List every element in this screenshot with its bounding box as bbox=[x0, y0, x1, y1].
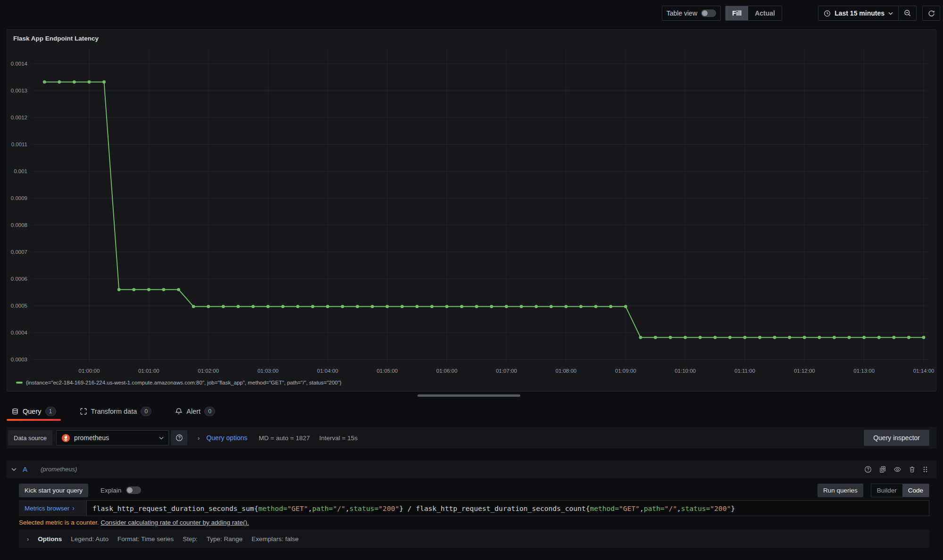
transform-icon bbox=[80, 408, 87, 415]
promql-code-input[interactable]: flask_http_request_duration_seconds_sum{… bbox=[86, 500, 929, 516]
query-options-md: MD = auto = 1827 bbox=[259, 435, 310, 442]
warning-text: Selected metric is a counter. bbox=[19, 519, 99, 526]
svg-text:01:02:00: 01:02:00 bbox=[198, 368, 219, 374]
builder-option[interactable]: Builder bbox=[871, 484, 902, 497]
svg-text:0.0004: 0.0004 bbox=[11, 330, 28, 335]
svg-text:01:06:00: 01:06:00 bbox=[436, 368, 458, 374]
datasource-value: prometheus bbox=[74, 434, 155, 442]
svg-text:01:04:00: 01:04:00 bbox=[317, 368, 338, 374]
latency-panel: Flask App Endpoint Latency 0.00140.00130… bbox=[7, 29, 936, 392]
clock-icon bbox=[824, 10, 831, 17]
bell-icon bbox=[175, 408, 183, 415]
latency-chart: 0.00140.00130.00120.00110.0010.00090.000… bbox=[7, 30, 936, 391]
tab-transform-data[interactable]: Transform data 0 bbox=[75, 403, 157, 419]
datasource-select[interactable]: prometheus bbox=[56, 430, 169, 445]
table-view-toggle-group: Table view bbox=[662, 6, 721, 21]
query-help-icon[interactable] bbox=[864, 466, 872, 473]
options-exemplars: Exemplars: false bbox=[251, 535, 299, 543]
svg-text:01:12:00: 01:12:00 bbox=[794, 368, 815, 374]
svg-text:01:07:00: 01:07:00 bbox=[496, 368, 517, 374]
run-queries-button[interactable]: Run queries bbox=[818, 484, 863, 497]
prometheus-icon bbox=[61, 434, 70, 443]
builder-code-group: Builder Code bbox=[871, 484, 929, 497]
warning-rate-link[interactable]: Consider calculating rate of counter by … bbox=[100, 519, 249, 526]
zoom-out-button[interactable] bbox=[898, 6, 916, 20]
query-options-row[interactable]: › Options Legend: Auto Format: Time seri… bbox=[19, 530, 929, 548]
svg-text:0.0003: 0.0003 bbox=[11, 357, 27, 362]
series-label: {instance="ec2-184-169-216-224.us-west-1… bbox=[26, 380, 342, 385]
code-option[interactable]: Code bbox=[902, 484, 929, 497]
tab-transform-label: Transform data bbox=[91, 408, 137, 415]
chevron-down-icon bbox=[159, 436, 164, 440]
panel-resize-handle[interactable] bbox=[417, 394, 520, 397]
refresh-button[interactable] bbox=[922, 6, 940, 21]
time-range-picker[interactable]: Last 15 minutes bbox=[818, 6, 898, 20]
metrics-browser-toggle[interactable]: Metrics browser › bbox=[19, 500, 86, 516]
tab-transform-count: 0 bbox=[141, 407, 151, 416]
collapse-chevron-icon[interactable] bbox=[11, 468, 17, 471]
query-header-row[interactable]: A (prometheus) bbox=[7, 460, 936, 478]
options-label: Options bbox=[38, 535, 62, 543]
query-editor-row: Metrics browser › flask_http_request_dur… bbox=[19, 500, 929, 516]
fill-actual-group: Fill Actual bbox=[725, 6, 782, 21]
svg-text:01:00:00: 01:00:00 bbox=[79, 368, 100, 374]
zoom-out-icon bbox=[904, 9, 911, 17]
query-options-chevron[interactable]: › bbox=[198, 435, 200, 442]
datasource-row: Data source prometheus › Query options M… bbox=[7, 427, 936, 449]
drag-handle-icon[interactable] bbox=[923, 466, 928, 473]
svg-text:01:08:00: 01:08:00 bbox=[555, 368, 576, 374]
options-legend: Legend: Auto bbox=[71, 535, 108, 543]
svg-text:0.0012: 0.0012 bbox=[11, 115, 27, 120]
datasource-label: Data source bbox=[8, 430, 52, 445]
svg-text:01:13:00: 01:13:00 bbox=[853, 368, 875, 374]
svg-text:01:11:00: 01:11:00 bbox=[734, 368, 755, 374]
tab-query-count: 1 bbox=[45, 407, 56, 416]
svg-text:01:03:00: 01:03:00 bbox=[258, 368, 279, 374]
toggle-knob bbox=[702, 10, 708, 16]
series-color-marker bbox=[16, 382, 23, 384]
query-options-toggle[interactable]: Query options bbox=[206, 434, 247, 442]
query-toolbar: Kick start your query Explain Run querie… bbox=[19, 483, 929, 497]
hide-query-icon[interactable] bbox=[893, 466, 901, 473]
database-icon bbox=[11, 408, 19, 415]
svg-text:01:01:00: 01:01:00 bbox=[138, 368, 159, 374]
panel-title: Flask App Endpoint Latency bbox=[13, 35, 99, 42]
svg-text:01:10:00: 01:10:00 bbox=[675, 368, 696, 374]
tab-alert-label: Alert bbox=[186, 408, 200, 415]
edit-pane-tabs: Query 1 Transform data 0 Alert 0 bbox=[7, 403, 220, 421]
svg-text:0.001: 0.001 bbox=[14, 168, 27, 174]
tab-alert[interactable]: Alert 0 bbox=[170, 403, 220, 419]
chevron-right-icon: › bbox=[72, 504, 75, 512]
explain-toggle[interactable] bbox=[126, 486, 141, 494]
active-tab-underline bbox=[7, 419, 61, 421]
svg-text:0.0005: 0.0005 bbox=[11, 303, 27, 309]
chevron-down-icon bbox=[888, 12, 893, 15]
legend-item[interactable]: {instance="ec2-184-169-216-224.us-west-1… bbox=[16, 380, 342, 385]
actual-option[interactable]: Actual bbox=[748, 6, 782, 20]
tab-alert-count: 0 bbox=[204, 407, 215, 416]
query-options-interval: Interval = 15s bbox=[319, 435, 358, 442]
query-inspector-button[interactable]: Query inspector bbox=[864, 430, 929, 446]
time-range-label: Last 15 minutes bbox=[835, 9, 885, 17]
counter-warning: Selected metric is a counter. Consider c… bbox=[19, 519, 249, 526]
refresh-icon bbox=[928, 10, 935, 17]
svg-text:01:14:00: 01:14:00 bbox=[913, 368, 935, 374]
tab-query-label: Query bbox=[23, 408, 42, 415]
svg-text:0.0013: 0.0013 bbox=[11, 88, 27, 93]
datasource-help-button[interactable] bbox=[171, 430, 187, 445]
toggle-knob bbox=[127, 487, 133, 493]
svg-text:01:05:00: 01:05:00 bbox=[376, 368, 398, 374]
table-view-toggle[interactable] bbox=[701, 9, 716, 17]
duplicate-query-icon[interactable] bbox=[879, 466, 886, 473]
table-view-label: Table view bbox=[667, 9, 697, 17]
svg-text:0.0007: 0.0007 bbox=[11, 249, 27, 255]
tab-query[interactable]: Query 1 bbox=[7, 403, 61, 419]
remove-query-icon[interactable] bbox=[909, 466, 916, 473]
svg-text:0.0008: 0.0008 bbox=[11, 222, 27, 228]
svg-text:0.0011: 0.0011 bbox=[11, 142, 27, 147]
svg-text:0.0006: 0.0006 bbox=[11, 276, 27, 282]
fill-option[interactable]: Fill bbox=[726, 6, 748, 20]
query-ref-id: A bbox=[23, 465, 27, 473]
kick-start-button[interactable]: Kick start your query bbox=[19, 484, 88, 497]
svg-text:01:09:00: 01:09:00 bbox=[615, 368, 636, 374]
